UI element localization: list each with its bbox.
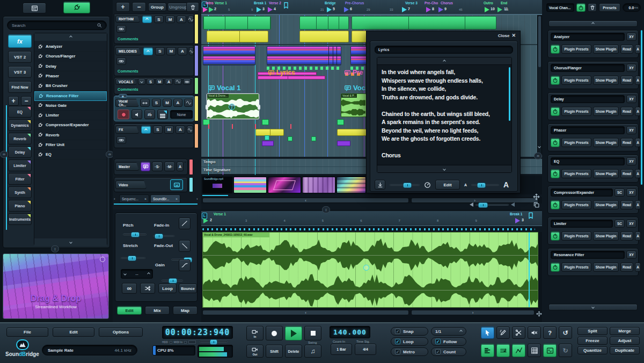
plugin-item[interactable]: Filter Unit	[34, 140, 107, 150]
plugin-name-field[interactable]: Phaser	[551, 126, 625, 134]
automation-a-button[interactable]: A	[635, 107, 641, 116]
read-button[interactable]: Read	[620, 138, 633, 147]
show-plugin-button[interactable]: Show Plugin	[593, 107, 619, 116]
snap-toggle[interactable]: ✓Snap	[391, 327, 428, 336]
link-button[interactable]	[116, 25, 126, 33]
tuner-button[interactable]: #♭	[144, 110, 155, 119]
grid-size-dropdown[interactable]: 1/1	[431, 327, 466, 336]
track-name[interactable]: Vocal Ch...	[115, 99, 139, 107]
clip-fx-tick[interactable]	[290, 124, 291, 129]
doc-tab-soundbridge[interactable]: SoundBr...×	[150, 194, 180, 203]
video-thumbnail[interactable]	[268, 177, 301, 193]
lyrics-text[interactable]: In the void where angels fall, Whispers …	[382, 68, 490, 160]
read-button[interactable]: Read	[620, 76, 633, 85]
count-toggle[interactable]: ✓Count	[431, 347, 466, 356]
plugin-name-field[interactable]: Chorus/Flanger	[551, 64, 625, 72]
plugin-item[interactable]: Chorus/Flanger	[34, 52, 107, 61]
timeline-marker-triangle[interactable]	[203, 7, 208, 12]
rack-scroll-down[interactable]	[548, 304, 638, 310]
clip-fx[interactable]	[288, 136, 292, 141]
delete-button[interactable]: Delete	[285, 345, 302, 358]
wave-marker-label[interactable]: Verse 1	[214, 212, 226, 216]
doc-tab-sequence[interactable]: Sequenc...×	[119, 194, 149, 203]
panel-resize-handle[interactable]: ‹›	[534, 153, 542, 159]
tab-fx[interactable]: fx	[8, 34, 32, 48]
xy-button[interactable]: XY	[626, 188, 636, 197]
close-icon[interactable]: ×	[144, 197, 147, 201]
mute-button[interactable]: M	[165, 16, 175, 23]
splitter-handle[interactable]: ↕	[322, 206, 330, 213]
meter-slider[interactable]	[200, 341, 228, 343]
collapse-button[interactable]	[142, 16, 152, 23]
bookmark-flag-icon[interactable]	[527, 212, 535, 220]
stretch-slider[interactable]	[121, 257, 145, 259]
track-master[interactable]: Master ·S· ·M· A	[114, 159, 188, 175]
plugin-browser-button[interactable]	[63, 2, 90, 13]
wave-h-scroll[interactable]: ‹ ›	[201, 309, 542, 316]
show-plugin-button[interactable]: Show Plugin	[593, 231, 619, 241]
v-scroll-thumb[interactable]	[538, 16, 541, 67]
bounce-button[interactable]: Bounce	[179, 284, 197, 293]
sidebar-resize-handle[interactable]: ‹›	[0, 151, 8, 158]
wave-button[interactable]	[188, 16, 194, 23]
link-button[interactable]	[116, 136, 126, 144]
master-solo-button[interactable]: ·S·	[152, 162, 163, 171]
plugin-item[interactable]: Compressor/Expander	[34, 120, 107, 130]
read-button[interactable]: Read	[620, 231, 633, 241]
solo-button[interactable]: S	[147, 78, 155, 85]
clip-melody-pattern[interactable]	[203, 46, 255, 66]
duplicate-button[interactable]: Duplicate	[610, 346, 640, 354]
comment-marker-vocal2[interactable]: Voc	[344, 84, 365, 92]
plugin-name-field[interactable]: Limiter	[551, 220, 613, 228]
plugin-item[interactable]: Delay	[34, 62, 107, 71]
track-melodies[interactable]: MELODIES S M A Comments	[114, 45, 194, 76]
scroll-speed-slider[interactable]	[390, 184, 420, 186]
value-stepper[interactable]: --	[121, 269, 153, 279]
loop-toggle[interactable]: ✓Loop	[391, 337, 428, 346]
punch-in-button[interactable]: In	[246, 326, 264, 340]
timeline-marker-label[interactable]: Pre-Cho	[425, 1, 438, 5]
automation-button[interactable]: A	[165, 78, 173, 85]
channel-delete-button[interactable]	[588, 3, 597, 12]
clip-rhythm-green[interactable]	[352, 16, 496, 30]
help-tool[interactable]: ?	[543, 326, 557, 339]
collapse-button[interactable]	[141, 126, 151, 134]
plugin-power-button[interactable]	[551, 231, 560, 241]
timeline-marker-label[interactable]: End	[501, 1, 507, 5]
channel-delay-field[interactable]: 0.0 ms	[623, 3, 641, 12]
edit-menu[interactable]: Edit	[53, 328, 94, 337]
remove-category-button[interactable]: −	[21, 96, 32, 106]
draw-tool[interactable]	[496, 326, 510, 339]
track-name[interactable]: FX	[115, 126, 139, 134]
wave-ruler[interactable]: L Verse 1 2 3456789 Break 1 3	[201, 211, 542, 226]
clip-fx-tick[interactable]	[208, 124, 209, 129]
plugin-name-field[interactable]: Delay	[551, 95, 625, 103]
timeline-marker-triangle[interactable]	[426, 7, 431, 12]
score-view-button[interactable]	[496, 344, 510, 357]
plugin-item[interactable]: Noise Gate	[34, 101, 107, 111]
lyrics-scrollbar[interactable]	[509, 67, 510, 121]
automation-a-button[interactable]: A	[635, 231, 641, 241]
clip-fx-yellow[interactable]	[337, 129, 367, 136]
promo-banner[interactable]: Drag & Drop Streamlined Workflow	[3, 253, 109, 319]
wave-move-icon[interactable]	[536, 309, 542, 319]
show-plugin-button[interactable]: Show Plugin	[593, 169, 619, 178]
remove-track-button[interactable]: −	[132, 2, 146, 12]
show-plugin-button[interactable]: Show Plugin	[593, 263, 619, 272]
plugin-presets-button[interactable]: Plugin Presets	[561, 138, 591, 147]
clip-fx[interactable]	[337, 119, 344, 125]
timeline-marker-label[interactable]: Verse 2	[269, 1, 281, 5]
comment-marker-vocal1[interactable]: Vocal 1	[208, 84, 241, 92]
ungroup-button[interactable]: Ungroup	[167, 3, 189, 11]
shift-button[interactable]: Shift	[266, 345, 283, 358]
timeline-marker-triangle[interactable]	[438, 7, 443, 12]
wave-scroll-left[interactable]: ‹	[202, 310, 409, 315]
search-input[interactable]: Search	[7, 20, 107, 30]
plugin-power-button[interactable]	[551, 169, 560, 178]
select-tool[interactable]	[481, 326, 494, 339]
track-name[interactable]: MELODIES	[115, 47, 141, 55]
plugin-presets-button[interactable]: Plugin Presets	[561, 107, 591, 116]
clip-rhythm-green[interactable]	[299, 16, 349, 30]
add-track-button[interactable]: +	[116, 2, 130, 12]
pitch-slider[interactable]	[123, 234, 147, 235]
